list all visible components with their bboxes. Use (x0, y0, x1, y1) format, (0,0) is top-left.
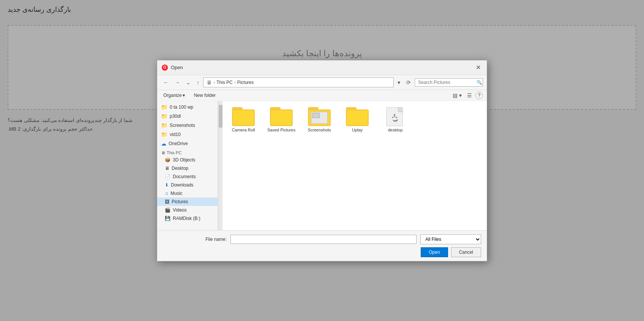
view-icon: ▤ (453, 92, 458, 98)
new-folder-button[interactable]: New folder (191, 92, 219, 99)
folder-icon-screenshots (308, 107, 331, 126)
dialog-sidebar: 📁 0 ta 100 wp 📁 p30dl 📁 Screenshots 📁 vi… (157, 101, 218, 230)
search-input[interactable] (418, 80, 475, 85)
folder-item-screenshots[interactable]: Screenshots (302, 105, 336, 134)
sidebar-item-downloads[interactable]: ⬇ Downloads (157, 181, 218, 189)
sidebar-item-label: Desktop (172, 166, 188, 171)
nav-up-button[interactable]: ↑ (194, 78, 202, 87)
folder-icon: 📁 (161, 122, 167, 128)
view-arrow-icon: ▾ (459, 92, 462, 98)
details-view-button[interactable]: ☰ (465, 92, 474, 99)
sidebar-item-label: Pictures (172, 199, 188, 204)
search-icon: 🔍 (477, 80, 482, 85)
nav-forward-button[interactable]: → (172, 78, 182, 87)
sidebar-item-label: RAMDisk (B:) (173, 216, 200, 221)
folder-icon: 📁 (161, 131, 167, 138)
dialog-footer: File name: All Files Open Cancel (157, 230, 487, 261)
desktop-icon: 🖥 (165, 166, 169, 171)
sidebar-item-onedrive[interactable]: ☁ OneDrive (157, 139, 218, 148)
nav-recent-button[interactable]: ⌄ (184, 78, 193, 87)
sidebar-item-label: Downloads (171, 182, 193, 188)
sidebar-item-label: Screenshots (170, 123, 195, 128)
dialog-action-buttons: Open Cancel (163, 247, 481, 257)
nav-back-button[interactable]: ← (161, 78, 171, 87)
folder-name-screenshots: Screenshots (308, 128, 331, 132)
sidebar-item-documents[interactable]: 📄 Documents (157, 172, 218, 181)
folder-icon: 📁 (161, 104, 167, 110)
toolbar-right: ▤ ▾ ☰ ? (451, 92, 483, 99)
details-icon: ☰ (467, 92, 472, 98)
sidebar-item-music[interactable]: ♫ Music (157, 189, 218, 198)
folder-icon-uplay (346, 107, 369, 126)
nav-path-this-pc[interactable]: This PC (216, 80, 233, 85)
sidebar-scrollbar[interactable] (218, 101, 223, 230)
filetype-select[interactable]: All Files (420, 234, 481, 244)
search-box[interactable]: 🔍 (415, 78, 483, 87)
downloads-icon: ⬇ (165, 182, 169, 188)
3dobjects-icon: 📦 (165, 157, 170, 163)
open-button[interactable]: Open (421, 247, 448, 257)
folder-item-saved-pictures[interactable]: Saved Pictures (264, 105, 298, 134)
sidebar-item-ramdisk[interactable]: 💾 RAMDisk (B:) (157, 214, 218, 223)
music-icon: ♫ (165, 191, 168, 196)
dialog-toolbar: Organize ▾ New folder ▤ ▾ ☰ ? (157, 90, 487, 101)
sidebar-wrapper: 📁 0 ta 100 wp 📁 p30dl 📁 Screenshots 📁 vi… (157, 101, 223, 230)
dialog-body: 📁 0 ta 100 wp 📁 p30dl 📁 Screenshots 📁 vi… (157, 101, 487, 230)
help-button[interactable]: ? (475, 92, 483, 99)
view-mode-button[interactable]: ▤ ▾ (451, 92, 464, 99)
folder-icon-camera-roll (232, 107, 255, 126)
folder-icon: 📁 (161, 113, 167, 119)
sidebar-item-0-100wp[interactable]: 📁 0 ta 100 wp (157, 103, 218, 112)
dialog-content-area: Camera Roll Saved Pictures (223, 101, 487, 230)
filename-label: File name: (205, 237, 227, 242)
sidebar-item-vid10[interactable]: 📁 vid10 (157, 130, 218, 139)
sidebar-section-label: This PC (167, 150, 182, 155)
pictures-icon: 🖼 (165, 199, 169, 204)
folder-icon-saved-pictures (270, 107, 293, 126)
dialog-navbar: ← → ⌄ ↑ 🖥 › This PC › Pictures ▾ ⟳ 🔍 (157, 75, 487, 90)
sidebar-item-p30dl[interactable]: 📁 p30dl (157, 112, 218, 121)
sidebar-item-label: Videos (173, 207, 186, 213)
file-open-dialog: O Open ✕ ← → ⌄ ↑ 🖥 › This PC › Pictures … (157, 60, 487, 261)
sidebar-item-screenshots-quick[interactable]: 📁 Screenshots (157, 121, 218, 130)
toolbar-left: Organize ▾ New folder (161, 92, 219, 99)
folder-name-camera-roll: Camera Roll (232, 128, 255, 132)
sidebar-item-label: OneDrive (169, 141, 188, 146)
opera-icon: O (162, 65, 168, 71)
documents-icon: 📄 (165, 174, 170, 179)
sidebar-item-label: vid10 (170, 132, 181, 137)
filename-input[interactable] (230, 235, 417, 244)
file-name-desktop: desktop (388, 128, 403, 132)
sidebar-item-desktop[interactable]: 🖥 Desktop (157, 164, 218, 172)
videos-icon: 🎬 (165, 207, 170, 213)
nav-path-bar[interactable]: 🖥 › This PC › Pictures (203, 77, 394, 87)
sidebar-item-label: 0 ta 100 wp (170, 104, 193, 110)
sidebar-scroll-thumb (219, 105, 223, 128)
sidebar-item-label: p30dl (170, 114, 181, 119)
folder-name-uplay: Uplay (352, 128, 363, 132)
folder-name-saved-pictures: Saved Pictures (267, 128, 295, 132)
organize-button[interactable]: Organize ▾ (161, 92, 187, 99)
dialog-title-text: Open (171, 65, 183, 70)
sidebar-item-label: 3D Objects (173, 157, 195, 163)
sidebar-item-videos[interactable]: 🎬 Videos (157, 206, 218, 214)
folder-item-camera-roll[interactable]: Camera Roll (226, 105, 260, 134)
ramdisk-icon: 💾 (165, 216, 170, 221)
nav-path-pictures[interactable]: Pictures (237, 80, 254, 85)
dialog-titlebar: O Open ✕ (157, 60, 487, 75)
file-item-desktop[interactable]: desktop (378, 105, 412, 134)
sidebar-section-thispc: 🖥 This PC (157, 148, 218, 156)
organize-arrow-icon: ▾ (183, 93, 185, 98)
dialog-overlay: O Open ✕ ← → ⌄ ↑ 🖥 › This PC › Pictures … (0, 0, 644, 321)
sidebar-item-label: Music (170, 191, 182, 196)
nav-path-dropdown-button[interactable]: ▾ (395, 78, 402, 87)
folder-item-uplay[interactable]: Uplay (340, 105, 374, 134)
sidebar-item-pictures[interactable]: 🖼 Pictures (157, 198, 218, 206)
cancel-button[interactable]: Cancel (451, 247, 481, 257)
thispc-icon: 🖥 (161, 150, 165, 155)
sidebar-item-3d-objects[interactable]: 📦 3D Objects (157, 156, 218, 164)
dialog-close-button[interactable]: ✕ (474, 63, 482, 72)
file-icon-desktop (384, 107, 407, 126)
dialog-title-left: O Open (162, 65, 183, 71)
nav-refresh-button[interactable]: ⟳ (404, 78, 413, 87)
